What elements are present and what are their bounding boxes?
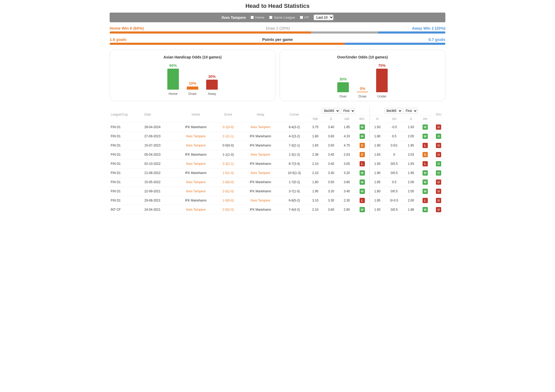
- td-score: 2-0(1-0): [217, 187, 240, 196]
- th-home: Home: [175, 106, 217, 123]
- td-home[interactable]: Ilves Tampere: [175, 178, 217, 187]
- ah2-badge: W: [423, 207, 428, 212]
- td-home[interactable]: IFK Mariehamn: [175, 123, 217, 132]
- ah-draw-rect: [187, 86, 198, 90]
- wl-badge: W: [360, 124, 365, 130]
- td-date: 15-05-2022: [143, 178, 175, 187]
- home-win-bar: [110, 31, 311, 34]
- ou-badge: U: [436, 143, 441, 148]
- td-home[interactable]: IFK Mariehamn: [175, 196, 217, 205]
- wl-badge: W: [360, 207, 365, 212]
- td-ah2: L: [418, 196, 432, 205]
- td-away[interactable]: IFK Mariehamn: [240, 159, 281, 168]
- th-aw: AW: [339, 116, 355, 123]
- td-hw: 3.75: [307, 123, 323, 132]
- ah-home-bar: 60% Home: [167, 63, 179, 96]
- td-home[interactable]: Ilves Tampere: [175, 141, 217, 150]
- td-away[interactable]: IFK Mariehamn: [240, 178, 281, 187]
- td-corner: 1-7(0-2): [281, 178, 307, 187]
- td-corner: 7-4(4-2): [281, 205, 307, 214]
- away-win-bar: [378, 31, 445, 34]
- td-ou: U: [432, 187, 445, 196]
- filter-ht-label: HT: [305, 15, 309, 19]
- goals-center-label: Points per game: [262, 37, 293, 42]
- td-wl: W: [355, 205, 370, 214]
- goals-left-bar: [110, 43, 345, 45]
- td-home[interactable]: Ilves Tampere: [175, 159, 217, 168]
- td-h: 1.90: [370, 141, 385, 150]
- td-date: 29-08-2021: [143, 196, 175, 205]
- td-d: 3.50: [323, 141, 339, 150]
- td-home[interactable]: IFK Mariehamn: [175, 150, 217, 159]
- wl-badge: L: [360, 198, 365, 203]
- td-away[interactable]: IFK Mariehamn: [240, 141, 281, 150]
- bet365-select-2[interactable]: Bet365: [384, 108, 402, 114]
- td-corner: 1-3(1-2): [281, 150, 307, 159]
- td-a: 2.03: [403, 150, 418, 159]
- wl-badge: W: [360, 134, 365, 139]
- th-wl: W/L: [355, 116, 370, 123]
- td-league: FIN D1: [110, 196, 143, 205]
- td-ah: 0: [385, 150, 404, 159]
- td-wl: L: [355, 159, 370, 168]
- filter-ht-checkbox[interactable]: [300, 16, 303, 19]
- ou-under-pct: 70%: [378, 63, 386, 68]
- goals-progress-bar: [110, 43, 445, 45]
- first-select-1[interactable]: First: [341, 108, 355, 114]
- filter-last-select[interactable]: Last 10 Last 20 All: [314, 15, 333, 20]
- td-away[interactable]: Ilves Tampere: [240, 196, 281, 205]
- td-away[interactable]: IFK Mariehamn: [240, 132, 281, 141]
- table-row: FIN D1 05-04-2023 IFK Mariehamn 1-1(1-0)…: [110, 150, 445, 159]
- td-ah: 0.5: [385, 178, 404, 187]
- td-home[interactable]: Ilves Tampere: [175, 205, 217, 214]
- asian-handicap-title: Asian Handicap Odds (10 games): [163, 55, 222, 59]
- td-d: 3.30: [323, 196, 339, 205]
- td-a: 2.05: [403, 187, 418, 196]
- td-away[interactable]: Ilves Tampere: [240, 168, 281, 178]
- td-home[interactable]: Ilves Tampere: [175, 132, 217, 141]
- wl-badge: W: [360, 170, 365, 176]
- td-d: 3.40: [323, 123, 339, 132]
- filter-team-name: Ilves Tampere: [222, 15, 246, 20]
- td-league: FIN D1: [110, 141, 143, 150]
- filter-home[interactable]: Home: [250, 15, 264, 19]
- ou-over-pct: 30%: [339, 77, 347, 81]
- td-ah2: W: [418, 187, 432, 196]
- filter-home-checkbox[interactable]: [250, 16, 254, 19]
- table-row: FIN D1 22-09-2021 Ilves Tampere 2-0(1-0)…: [110, 187, 445, 196]
- td-aw: 2.80: [339, 205, 355, 214]
- ah2-badge: W: [423, 189, 428, 194]
- td-aw: 2.30: [339, 196, 355, 205]
- filter-same-league-checkbox[interactable]: [269, 16, 273, 19]
- ah-away-bar: 30% Away: [206, 74, 218, 96]
- td-aw: 3.20: [339, 168, 355, 178]
- ou-draw-bar: 0% Draw: [357, 86, 368, 98]
- td-score: 1-5(1-4): [217, 168, 240, 178]
- filter-same-league[interactable]: Same League: [269, 15, 295, 19]
- bet365-select-1[interactable]: Bet365: [322, 108, 340, 114]
- td-corner: 8-7(3-4): [281, 159, 307, 168]
- td-hw: 1.80: [307, 178, 323, 187]
- td-away[interactable]: IFK Mariehamn: [240, 187, 281, 196]
- td-corner: 3-7(1-5): [281, 187, 307, 196]
- first-select-2[interactable]: First: [403, 108, 418, 114]
- td-ou: U: [432, 178, 445, 187]
- td-away[interactable]: Ilves Tampere: [240, 123, 281, 132]
- td-away[interactable]: Ilves Tampere: [240, 150, 281, 159]
- ou-under-label: Under: [377, 94, 386, 98]
- td-date: 27-09-2023: [143, 132, 175, 141]
- filter-ht[interactable]: HT: [300, 15, 309, 19]
- td-home[interactable]: Ilves Tampere: [175, 187, 217, 196]
- table-row: FIN D1 15-07-2023 Ilves Tampere 0-0(0-0)…: [110, 141, 445, 150]
- td-h: 1.83: [370, 150, 385, 159]
- td-hw: 1.95: [307, 187, 323, 196]
- th-away: Away: [240, 106, 281, 123]
- td-away[interactable]: IFK Mariehamn: [240, 205, 281, 214]
- ou-over-rect: [337, 82, 349, 92]
- td-ou: U: [432, 205, 445, 214]
- td-d: 3.20: [323, 187, 339, 196]
- td-aw: 3.00: [339, 159, 355, 168]
- td-score: 1-0(0-0): [217, 178, 240, 187]
- td-date: 22-09-2021: [143, 187, 175, 196]
- td-home[interactable]: IFK Mariehamn: [175, 168, 217, 178]
